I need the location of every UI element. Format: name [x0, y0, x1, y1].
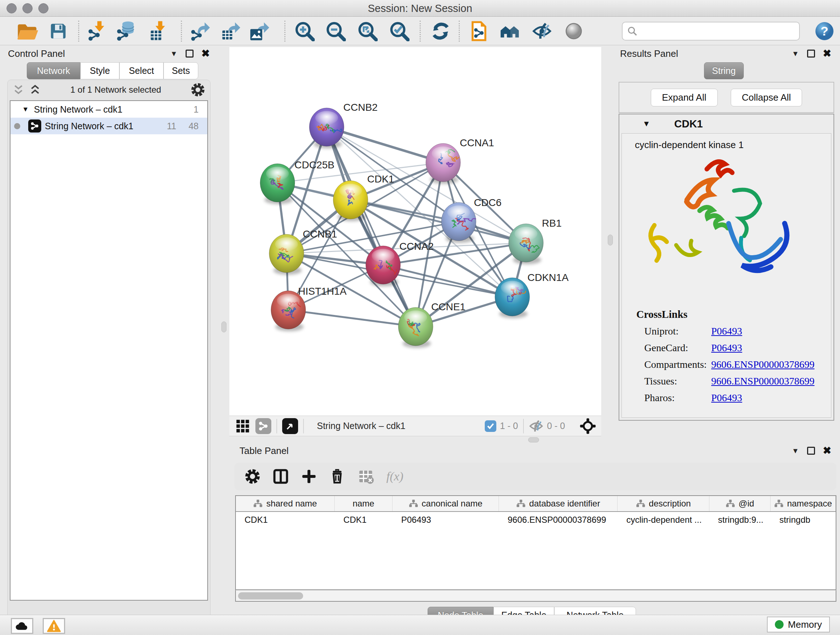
export-network-icon[interactable]: [190, 21, 211, 42]
import-network-icon[interactable]: [88, 21, 109, 42]
search-input[interactable]: [638, 24, 795, 38]
column-header-name[interactable]: name: [335, 496, 393, 511]
panel-float-icon[interactable]: [807, 447, 815, 455]
tab-select[interactable]: Select: [119, 62, 164, 79]
zoom-out-icon[interactable]: [325, 21, 346, 41]
table-cell[interactable]: P06493: [393, 512, 499, 528]
node-description: cyclin-dependent kinase 1: [622, 134, 831, 150]
zoom-in-icon[interactable]: [294, 21, 315, 41]
string-view-icon[interactable]: [256, 418, 271, 434]
show-columns-icon[interactable]: [273, 469, 289, 485]
network-list-container: 1 of 1 Network selected ▼ String Network…: [7, 80, 210, 635]
collapse-all-icon[interactable]: [13, 84, 24, 96]
splitter-handle[interactable]: [221, 321, 226, 333]
crosslink-label: GeneCard:: [644, 342, 711, 354]
crosslink-genecard-link[interactable]: P06493: [711, 342, 742, 354]
open-session-icon[interactable]: [16, 21, 38, 41]
tab-style[interactable]: Style: [80, 62, 119, 79]
collection-count: 1: [194, 104, 199, 115]
crosslink-pharos-link[interactable]: P06493: [711, 392, 742, 404]
tab-network[interactable]: Network: [27, 62, 80, 79]
memory-button[interactable]: Memory: [767, 616, 830, 632]
crosslink-tissues-link[interactable]: 9606.ENSP00000378699: [711, 375, 814, 387]
crosslink-label: Pharos:: [644, 392, 711, 404]
help-button[interactable]: ?: [815, 21, 834, 41]
network-options-gear-icon[interactable]: [191, 82, 205, 97]
panel-menu-icon[interactable]: ▼: [792, 50, 799, 58]
table-cell[interactable]: stringdb:9...: [709, 512, 771, 528]
tab-string[interactable]: String: [704, 62, 744, 79]
network-row[interactable]: String Network – cdk1 11 48: [11, 118, 207, 134]
table-cell[interactable]: CDK1: [236, 512, 335, 528]
scrollbar-thumb[interactable]: [238, 592, 303, 600]
warnings-button[interactable]: [43, 618, 65, 634]
home-neighbors-icon[interactable]: [499, 21, 520, 41]
expand-all-icon[interactable]: [29, 84, 41, 96]
grid-view-icon[interactable]: [236, 419, 249, 433]
column-header-namespace[interactable]: namespace: [771, 496, 836, 511]
cloud-icon: [15, 620, 29, 632]
string-network-icon: [28, 119, 41, 133]
network-canvas[interactable]: CCNB2CCNA1CDC25BCDK1CDC6RB1CCNB1CCNA2CDK…: [229, 47, 601, 416]
network-view-toolbar: String Network – cdk1 1 - 0 0 - 0: [229, 416, 601, 436]
table-horizontal-scrollbar[interactable]: [235, 590, 836, 602]
column-header-description[interactable]: description: [617, 496, 709, 511]
collection-expand-icon[interactable]: ▼: [22, 105, 29, 113]
crosslink-label: Tissues:: [644, 375, 711, 387]
birds-eye-view-icon[interactable]: [282, 418, 298, 434]
panel-float-icon[interactable]: [186, 50, 194, 57]
save-session-icon[interactable]: [49, 21, 68, 41]
column-header-sharedname[interactable]: shared name: [236, 496, 335, 511]
memory-status-icon: [775, 620, 783, 629]
table-row[interactable]: CDK1CDK1P064939606.ENSP00000378699cyclin…: [236, 512, 836, 528]
center-view-crosshair-icon[interactable]: [579, 418, 596, 434]
section-expand-icon[interactable]: ▼: [643, 119, 651, 128]
table-cell[interactable]: 9606.ENSP00000378699: [499, 512, 617, 528]
selected-nodes-checkbox-icon[interactable]: [485, 420, 496, 432]
cloud-status-button[interactable]: [11, 618, 33, 634]
panel-close-icon[interactable]: ✖: [202, 50, 210, 57]
status-bar: Memory: [0, 615, 840, 635]
apply-layout-icon[interactable]: [431, 22, 450, 41]
export-image-icon[interactable]: [249, 21, 271, 42]
node-section-header[interactable]: ▼ CDK1: [619, 114, 834, 133]
panel-float-icon[interactable]: [807, 50, 815, 57]
panel-menu-icon[interactable]: ▼: [792, 447, 799, 455]
expand-all-button[interactable]: Expand All: [651, 89, 718, 106]
graphics-details-icon[interactable]: [565, 22, 583, 40]
hidden-eye-icon[interactable]: [529, 420, 543, 432]
table-options-gear-icon[interactable]: [245, 469, 261, 485]
splitter-handle[interactable]: [528, 437, 539, 442]
control-panel-tabs: Network Style Select Sets: [27, 62, 198, 79]
add-column-icon[interactable]: [301, 469, 317, 485]
hide-selected-icon[interactable]: [532, 22, 552, 40]
network-edge-CCNB2-CCNA1[interactable]: [327, 127, 443, 163]
hidden-counter: 0 - 0: [547, 421, 565, 431]
delete-table-icon[interactable]: [357, 469, 374, 485]
panel-close-icon[interactable]: ✖: [823, 447, 831, 454]
column-header-canonicalname[interactable]: canonical name: [393, 496, 499, 511]
collapse-all-button[interactable]: Collapse All: [731, 89, 802, 106]
zoom-selected-icon[interactable]: [389, 21, 409, 41]
import-network-database-icon[interactable]: [116, 21, 137, 42]
network-edge-HIST1H1A-CCNE1[interactable]: [288, 310, 416, 326]
panel-menu-icon[interactable]: ▼: [171, 50, 178, 58]
panel-close-icon[interactable]: ✖: [823, 50, 831, 57]
tab-sets[interactable]: Sets: [164, 62, 198, 79]
column-header-id[interactable]: @id: [709, 496, 771, 511]
table-cell[interactable]: CDK1: [335, 512, 393, 528]
function-builder-icon[interactable]: f(x): [386, 470, 403, 483]
zoom-fit-icon[interactable]: [357, 21, 378, 41]
table-cell[interactable]: stringdb: [771, 512, 836, 528]
table-cell[interactable]: cyclin-dependent ...: [617, 512, 709, 528]
delete-column-icon[interactable]: [329, 469, 345, 485]
column-header-databaseidentifier[interactable]: database identifier: [499, 496, 617, 511]
export-table-icon[interactable]: [221, 21, 242, 42]
table-panel-title: Table Panel: [240, 445, 289, 456]
network-collection-row[interactable]: ▼ String Network – cdk1 1: [11, 101, 207, 118]
network-from-document-icon[interactable]: [470, 21, 489, 42]
import-table-icon[interactable]: [148, 21, 169, 42]
crosslink-uniprot-link[interactable]: P06493: [711, 325, 742, 337]
splitter-handle[interactable]: [608, 234, 613, 245]
crosslink-compartments-link[interactable]: 9606.ENSP00000378699: [711, 359, 814, 371]
